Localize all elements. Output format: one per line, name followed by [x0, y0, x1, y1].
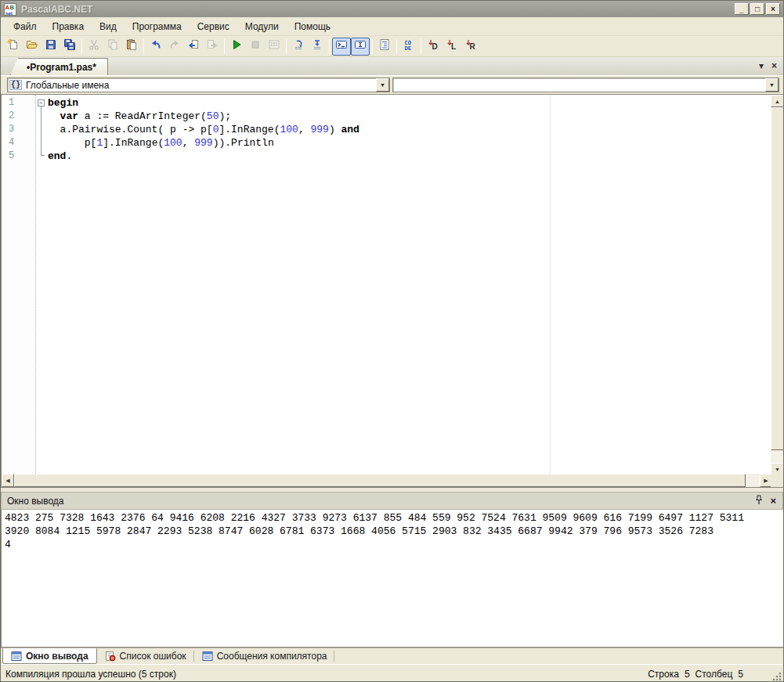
run-icon: [230, 38, 243, 54]
scroll-left-button[interactable]: ◀: [2, 474, 14, 487]
member-dropdown-button[interactable]: ▼: [765, 78, 779, 92]
menu-file[interactable]: Файл: [5, 19, 45, 34]
undo-icon: [150, 38, 162, 54]
status-message: Компиляция прошла успешно (5 строк): [5, 669, 176, 680]
code-lines: 1−begin2 var a := ReadArrInteger(50);3 a…: [2, 96, 772, 163]
save-all-icon: [63, 38, 76, 54]
cut-icon: [88, 38, 100, 54]
output-window[interactable]: 4823 275 7328 1643 2376 64 9416 6208 221…: [1, 510, 784, 648]
code-line[interactable]: 3 a.Pairwise.Count( p -> p[0].InRange(10…: [2, 123, 772, 136]
svg-text:net: net: [5, 10, 13, 15]
resize-grip[interactable]: [771, 671, 782, 681]
code-line[interactable]: 4 p[1].InRange(100, 999)).Println: [2, 136, 772, 150]
redo-icon: [168, 38, 181, 54]
code-line[interactable]: 2 var a := ReadArrInteger(50);: [2, 110, 772, 123]
menu-service[interactable]: Сервис: [190, 19, 237, 34]
step-into-icon: [311, 38, 323, 54]
tab-program1[interactable]: •Program1.pas*: [10, 58, 108, 75]
horizontal-scroll-thumb[interactable]: [14, 474, 746, 487]
panel-tab-label: Сообщения компилятора: [217, 651, 327, 662]
window-controls: _□×: [735, 3, 780, 15]
line-number: 4: [2, 136, 36, 150]
nav-back-button[interactable]: [184, 38, 203, 56]
pin-icon[interactable]: [754, 495, 764, 507]
window-title: PascalABC.NET: [21, 4, 92, 15]
paste-button[interactable]: [122, 38, 141, 56]
nav-forward-icon: [206, 38, 219, 54]
run-button[interactable]: [227, 38, 246, 56]
code-text: p[1].InRange(100, 999)).Println: [48, 136, 274, 150]
compiler-messages-icon: [202, 651, 213, 662]
scope-dropdown-button[interactable]: ▼: [376, 78, 389, 92]
scope-combobox[interactable]: {} Глобальные имена ▼: [7, 78, 390, 92]
console-icon: [335, 38, 348, 54]
step-over-icon: [292, 38, 305, 54]
menu-help[interactable]: Помощь: [287, 19, 338, 34]
toolbar-separator: [143, 39, 144, 54]
copy-button: [103, 38, 122, 56]
console-window-toggle-button[interactable]: [332, 38, 351, 56]
output-line: 4823 275 7328 1643 2376 64 9416 6208 221…: [5, 511, 784, 525]
undo-button[interactable]: [146, 38, 165, 56]
close-button[interactable]: ×: [766, 3, 780, 15]
status-column-value: 5: [738, 669, 743, 680]
new-file-button[interactable]: [4, 38, 23, 56]
stop-icon: [249, 38, 262, 54]
tab-compiler-messages[interactable]: Сообщения компилятора: [194, 648, 335, 664]
fold-collapse-icon[interactable]: −: [36, 96, 48, 110]
tab-list-dropdown-button[interactable]: ▾: [759, 60, 764, 71]
tab-output-window[interactable]: Окно вывода: [2, 648, 97, 664]
toolbar-separator: [329, 39, 330, 54]
save-button[interactable]: [42, 38, 60, 56]
toolbar-separator: [286, 39, 287, 54]
vertical-scrollbar[interactable]: ▲ ▼: [771, 95, 784, 475]
vertical-scroll-thumb[interactable]: [771, 107, 784, 450]
minimize-button[interactable]: _: [735, 3, 749, 15]
dock-d-button[interactable]: D: [424, 38, 443, 56]
save-icon: [45, 38, 57, 54]
tab-error-list[interactable]: Список ошибок: [97, 648, 194, 664]
step-into-button[interactable]: [308, 38, 327, 56]
nav-back-icon: [187, 38, 200, 54]
code-editor[interactable]: 1−begin2 var a := ReadArrInteger(50);3 a…: [1, 94, 784, 488]
fold-line: [36, 123, 48, 136]
menu-edit[interactable]: Правка: [45, 19, 92, 34]
fold-line: [36, 110, 48, 123]
scroll-up-button[interactable]: ▲: [771, 95, 784, 107]
save-all-button[interactable]: [60, 38, 79, 56]
menu-bar: ФайлПравкаВидПрограммаСервисМодулиПомощь: [1, 17, 783, 36]
code-line[interactable]: 1−begin: [2, 96, 772, 110]
line-number: 1: [2, 96, 36, 110]
output-line: 3920 8084 1215 5978 2847 2293 5238 8747 …: [5, 525, 784, 538]
output-panel-title: Окно вывода: [7, 496, 64, 507]
output-close-icon[interactable]: ×: [770, 496, 776, 506]
code-line[interactable]: 5end.: [2, 150, 772, 163]
code-text: end.: [48, 150, 72, 163]
step-over-button[interactable]: [289, 38, 308, 56]
outline-icon: [378, 38, 391, 54]
code-text: var a := ReadArrInteger(50);: [48, 110, 231, 123]
text-cursor-toggle-button[interactable]: [351, 38, 370, 56]
cut-button: [85, 38, 103, 56]
dock-r-button[interactable]: R: [461, 38, 480, 56]
outline-button[interactable]: [375, 38, 394, 56]
scrollbar-corner: [771, 474, 784, 487]
editor-text-area[interactable]: 1−begin2 var a := ReadArrInteger(50);3 a…: [2, 95, 772, 475]
menu-modules[interactable]: Модули: [237, 19, 287, 34]
member-combobox[interactable]: ▼: [392, 78, 779, 92]
panel-tab-strip: Окно выводаСписок ошибокСообщения компил…: [1, 648, 783, 664]
menu-view[interactable]: Вид: [92, 19, 125, 34]
dock-r-icon: R: [464, 38, 477, 54]
close-tab-button[interactable]: ×: [771, 60, 777, 71]
status-line-label: Строка: [648, 669, 679, 680]
code-templates-button[interactable]: CODE: [399, 38, 418, 56]
panel-tab-label: Список ошибок: [120, 651, 186, 662]
menu-program[interactable]: Программа: [125, 19, 190, 34]
toolbar-separator: [421, 39, 421, 54]
open-file-button[interactable]: [23, 38, 42, 56]
dock-l-button[interactable]: L: [443, 38, 461, 56]
horizontal-scrollbar[interactable]: ◀ ▶: [2, 474, 772, 487]
maximize-button[interactable]: □: [750, 3, 764, 15]
cursor-icon: [354, 38, 367, 54]
open-folder-icon: [26, 38, 38, 54]
